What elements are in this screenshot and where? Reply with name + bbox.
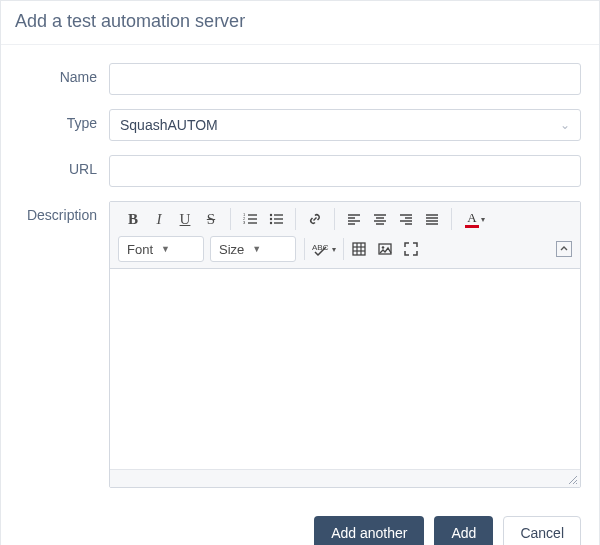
caret-down-icon: ▾ — [332, 245, 336, 254]
font-size-select[interactable]: Size ▼ — [210, 236, 296, 262]
row-description: Description B I U S 123 — [19, 201, 581, 488]
row-url: URL — [19, 155, 581, 187]
maximize-button[interactable] — [398, 236, 424, 262]
svg-line-38 — [576, 483, 577, 484]
caret-down-icon: ▼ — [161, 244, 170, 254]
svg-line-36 — [569, 476, 577, 484]
editor-footer — [110, 469, 580, 487]
row-type: Type SquashAUTOM ⌄ — [19, 109, 581, 141]
insert-image-button[interactable] — [372, 236, 398, 262]
svg-point-10 — [270, 218, 272, 220]
bold-button[interactable]: B — [120, 206, 146, 232]
type-label: Type — [19, 109, 109, 131]
dialog-form: Name Type SquashAUTOM ⌄ URL Descript — [1, 45, 599, 506]
italic-button[interactable]: I — [146, 206, 172, 232]
separator — [304, 238, 305, 260]
separator — [295, 208, 296, 230]
name-label: Name — [19, 63, 109, 85]
caret-down-icon: ▼ — [252, 244, 261, 254]
resize-handle[interactable] — [566, 473, 578, 485]
dialog-footer: Add another Add Cancel — [1, 506, 599, 545]
add-button[interactable]: Add — [434, 516, 493, 545]
rich-text-editor: B I U S 123 — [109, 201, 581, 488]
row-name: Name — [19, 63, 581, 95]
align-right-button[interactable] — [393, 206, 419, 232]
url-input[interactable] — [109, 155, 581, 187]
separator — [343, 238, 344, 260]
cancel-button[interactable]: Cancel — [503, 516, 581, 545]
dialog-title: Add a test automation server — [1, 1, 599, 45]
align-left-button[interactable] — [341, 206, 367, 232]
svg-point-35 — [382, 246, 385, 249]
add-server-dialog: Add a test automation server Name Type S… — [0, 0, 600, 545]
caret-down-icon: ▾ — [481, 215, 485, 224]
chevron-down-icon: ⌄ — [560, 118, 570, 132]
strikethrough-button[interactable]: S — [198, 206, 224, 232]
separator — [230, 208, 231, 230]
svg-text:3: 3 — [243, 220, 246, 225]
unordered-list-button[interactable] — [263, 206, 289, 232]
text-color-button[interactable]: A ▾ — [458, 206, 492, 232]
ordered-list-button[interactable]: 123 — [237, 206, 263, 232]
spellcheck-button[interactable]: ABC ▾ — [307, 236, 341, 262]
insert-table-button[interactable] — [346, 236, 372, 262]
font-size-label: Size — [219, 242, 244, 257]
link-button[interactable] — [302, 206, 328, 232]
type-select-value: SquashAUTOM — [120, 117, 218, 133]
text-color-icon: A — [465, 211, 479, 228]
url-label: URL — [19, 155, 109, 177]
add-another-button[interactable]: Add another — [314, 516, 424, 545]
name-input[interactable] — [109, 63, 581, 95]
editor-toolbar: B I U S 123 — [110, 202, 580, 269]
align-justify-button[interactable] — [419, 206, 445, 232]
underline-button[interactable]: U — [172, 206, 198, 232]
separator — [334, 208, 335, 230]
align-center-button[interactable] — [367, 206, 393, 232]
svg-point-9 — [270, 214, 272, 216]
description-label: Description — [19, 201, 109, 223]
svg-rect-29 — [353, 243, 365, 255]
collapse-toolbar-button[interactable] — [556, 241, 572, 257]
font-family-select[interactable]: Font ▼ — [118, 236, 204, 262]
svg-point-11 — [270, 222, 272, 224]
editor-body[interactable] — [110, 269, 580, 469]
font-family-label: Font — [127, 242, 153, 257]
type-select[interactable]: SquashAUTOM ⌄ — [109, 109, 581, 141]
separator — [451, 208, 452, 230]
